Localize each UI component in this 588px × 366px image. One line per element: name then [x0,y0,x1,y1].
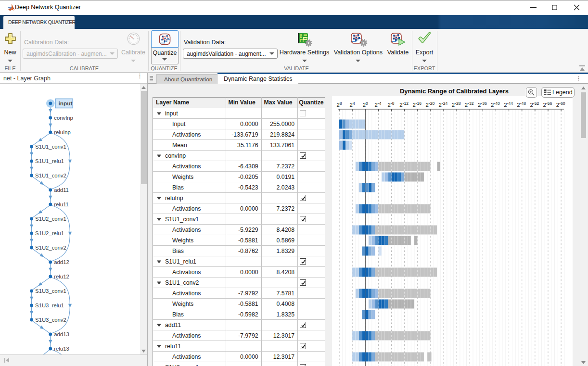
svg-text:S1U3_conv2: S1U3_conv2 [35,317,66,323]
svg-text:S1U1_relu1: S1U1_relu1 [35,158,64,164]
svg-text:add11: add11 [54,187,69,193]
svg-text:S1U2_relu1: S1U2_relu1 [35,230,64,236]
svg-text:S1U3_relu1: S1U3_relu1 [35,303,64,308]
svg-text:relu12: relu12 [54,274,69,279]
svg-text:reluInp: reluInp [54,129,71,135]
svg-text:add13: add13 [54,331,69,337]
svg-text:relu13: relu13 [54,346,69,352]
svg-text:S1U3_conv1: S1U3_conv1 [35,288,66,294]
svg-text:S1U2_conv2: S1U2_conv2 [35,245,66,251]
svg-text:S1U1_conv2: S1U1_conv2 [35,173,66,178]
svg-text:convInp: convInp [54,115,73,121]
svg-text:S1U2_conv1: S1U2_conv1 [35,216,66,222]
svg-text:add12: add12 [54,259,69,265]
svg-text:S1U1_conv1: S1U1_conv1 [35,144,66,150]
svg-text:input: input [59,100,73,107]
svg-text:relu11: relu11 [54,202,69,207]
